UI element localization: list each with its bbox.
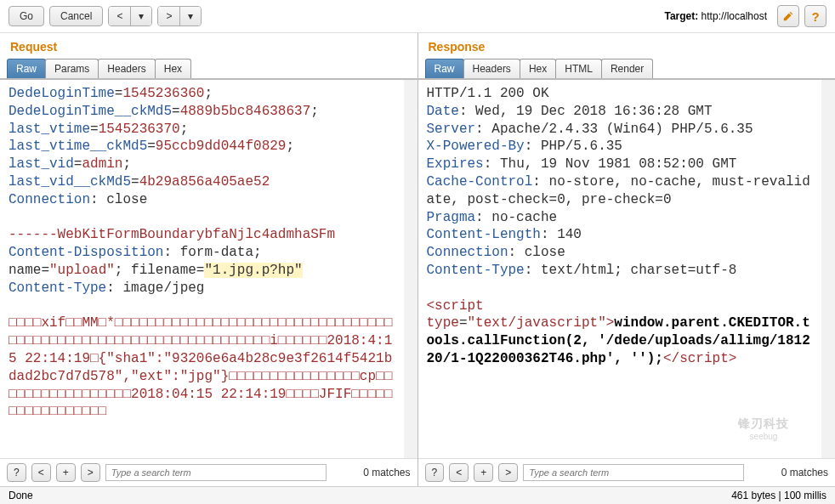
request-title: Request (0, 33, 418, 59)
response-search-bar: ? < + > 0 matches (418, 458, 836, 486)
edit-target-button[interactable] (777, 5, 799, 27)
response-title: Response (418, 33, 836, 59)
request-search-prev-button[interactable]: < (31, 463, 51, 482)
request-body[interactable]: DedeLoginTime=1545236360; DedeLoginTime_… (0, 80, 418, 458)
response-tabs: Raw Headers Hex HTML Render (418, 59, 836, 80)
status-bar: Done 461 bytes | 100 millis (0, 486, 835, 504)
status-left: Done (9, 490, 33, 501)
tab-response-render[interactable]: Render (601, 59, 653, 78)
tab-response-headers[interactable]: Headers (463, 59, 520, 78)
history-back-menu-button[interactable]: ▾ (131, 7, 151, 25)
cancel-button[interactable]: Cancel (49, 6, 103, 26)
request-search-next-button[interactable]: > (81, 463, 100, 482)
tab-response-hex[interactable]: Hex (520, 59, 556, 78)
response-body[interactable]: HTTP/1.1 200 OK Date: Wed, 19 Dec 2018 1… (418, 80, 836, 458)
response-search-help-button[interactable]: ? (425, 463, 445, 482)
response-search-prev-button[interactable]: < (449, 463, 469, 482)
history-back-group: < ▾ (108, 6, 152, 26)
pencil-icon (782, 10, 794, 22)
request-search-input[interactable] (105, 464, 327, 481)
tab-response-html[interactable]: HTML (555, 59, 602, 78)
history-back-button[interactable]: < (109, 7, 131, 25)
help-button[interactable]: ? (804, 5, 826, 27)
history-forward-group: > ▾ (157, 6, 202, 26)
request-search-add-button[interactable]: + (56, 463, 76, 482)
go-button[interactable]: Go (9, 6, 44, 26)
top-toolbar: Go Cancel < ▾ > ▾ Target: http://localho… (0, 0, 835, 33)
response-search-next-button[interactable]: > (498, 463, 518, 482)
request-tabs: Raw Params Headers Hex (0, 59, 418, 80)
request-search-bar: ? < + > 0 matches (0, 458, 418, 486)
status-right: 461 bytes | 100 millis (731, 490, 826, 501)
history-forward-menu-button[interactable]: ▾ (180, 7, 201, 25)
request-pane: Request Raw Params Headers Hex DedeLogin… (0, 33, 418, 486)
tab-request-params[interactable]: Params (45, 59, 99, 78)
response-search-add-button[interactable]: + (474, 463, 493, 482)
tab-response-raw[interactable]: Raw (425, 59, 464, 78)
response-search-input[interactable] (523, 464, 744, 481)
response-search-matches: 0 matches (781, 467, 828, 479)
request-search-help-button[interactable]: ? (7, 463, 26, 482)
question-icon: ? (811, 9, 819, 24)
history-forward-button[interactable]: > (158, 7, 180, 25)
tab-request-headers[interactable]: Headers (98, 59, 155, 78)
response-pane: Response Raw Headers Hex HTML Render HTT… (418, 33, 836, 486)
tab-request-hex[interactable]: Hex (155, 59, 191, 78)
request-search-matches: 0 matches (363, 467, 410, 479)
tab-request-raw[interactable]: Raw (7, 59, 46, 78)
main-split: Request Raw Params Headers Hex DedeLogin… (0, 33, 835, 486)
target-label: Target: http://localhost (664, 10, 767, 22)
